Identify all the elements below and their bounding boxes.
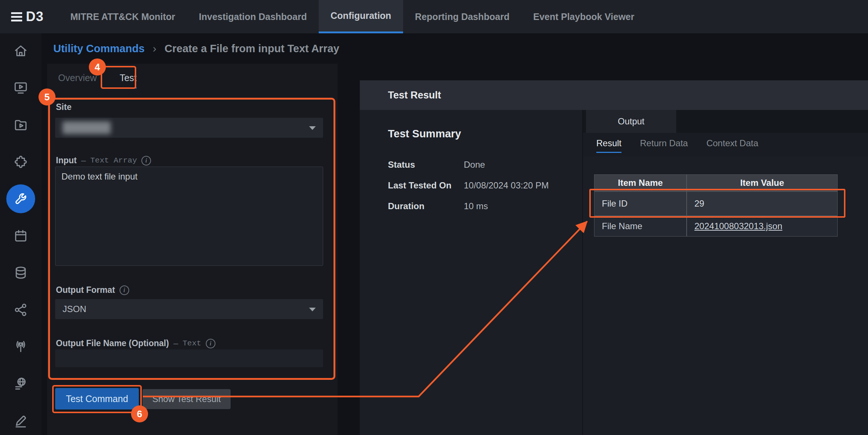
sidebar-item-data-sources[interactable] <box>6 258 35 287</box>
share-nodes-icon <box>13 302 28 317</box>
duration-value: 10 ms <box>464 201 549 211</box>
output-format-label: Output Format i <box>56 285 129 295</box>
breadcrumb: Utility Commands › Create a File from in… <box>41 33 339 64</box>
input-label: Input – Text Array i <box>56 155 151 165</box>
site-label-text: Site <box>56 102 71 112</box>
hint-dash: – <box>81 155 86 165</box>
output-format-value: JSON <box>63 304 86 314</box>
file-name-link[interactable]: 20241008032013.json <box>694 221 782 231</box>
info-icon[interactable]: i <box>206 339 215 348</box>
input-type-hint: Text Array <box>90 156 137 165</box>
hint-dash: – <box>173 338 178 348</box>
input-textarea[interactable]: Demo text file input <box>55 167 323 266</box>
sidebar-item-broadcast[interactable] <box>6 332 35 361</box>
test-result-title: Test Result <box>388 90 441 101</box>
icon-sidebar <box>0 33 41 435</box>
status-label: Status <box>388 160 464 170</box>
input-label-text: Input <box>56 155 77 165</box>
output-tabstrip: Output <box>583 110 868 133</box>
last-tested-label: Last Tested On <box>388 180 464 191</box>
output-file-name-input[interactable] <box>55 349 323 367</box>
test-summary: Test Summary <box>388 128 562 140</box>
sidebar-item-integrations[interactable] <box>6 147 35 176</box>
folder-play-icon <box>13 117 28 132</box>
app-screen: D3 MITRE ATT&CK Monitor Investigation Da… <box>0 0 868 435</box>
table-row-file-name-value[interactable]: 20241008032013.json <box>687 216 838 237</box>
nav-event-playbook-viewer[interactable]: Event Playbook Viewer <box>521 0 646 33</box>
database-icon <box>13 265 28 280</box>
puzzle-icon <box>13 154 28 169</box>
site-value-redacted <box>63 121 111 134</box>
breadcrumb-separator: › <box>153 42 157 55</box>
output-file-name-label-text: Output File Name (Optional) <box>56 338 169 348</box>
duration-label: Duration <box>388 201 464 211</box>
table-row-file-id-name[interactable]: File ID <box>594 191 687 216</box>
sidebar-item-utility-commands[interactable] <box>6 184 35 213</box>
sidebar-item-monitor[interactable] <box>6 73 35 102</box>
table-row-file-name-name[interactable]: File Name <box>594 216 687 237</box>
nav-configuration[interactable]: Configuration <box>319 0 403 33</box>
monitor-play-icon <box>13 80 28 95</box>
info-icon[interactable]: i <box>120 285 129 295</box>
tab-context-data[interactable]: Context Data <box>706 138 758 151</box>
d3-logo[interactable]: D3 <box>0 0 58 33</box>
table-header-item-name: Item Name <box>594 174 687 191</box>
nav-reporting-dashboard[interactable]: Reporting Dashboard <box>403 0 522 33</box>
top-navbar: D3 MITRE ATT&CK Monitor Investigation Da… <box>0 0 868 33</box>
calendar-icon <box>13 228 28 243</box>
tools-wrench-icon <box>13 191 28 206</box>
d3-logo-icon <box>11 12 22 21</box>
output-section: Output Result Return Data Context Data I… <box>582 110 868 435</box>
sidebar-item-calendar[interactable] <box>6 221 35 250</box>
sidebar-item-investigations[interactable] <box>6 110 35 139</box>
sidebar-item-connections[interactable] <box>6 295 35 324</box>
sidebar-item-global[interactable] <box>6 369 35 398</box>
broadcast-icon <box>13 339 28 354</box>
site-label: Site <box>56 102 71 112</box>
result-table: Item Name Item Value File ID 29 File Nam… <box>594 174 838 237</box>
show-test-result-button[interactable]: Show Test Result <box>143 389 231 409</box>
last-tested-value: 10/08/2024 03:20 PM <box>464 180 549 191</box>
output-format-label-text: Output Format <box>56 285 115 295</box>
breadcrumb-parent-link[interactable]: Utility Commands <box>53 43 145 55</box>
d3-logo-text: D3 <box>26 9 44 24</box>
tab-result[interactable]: Result <box>596 138 621 151</box>
tab-overview[interactable]: Overview <box>58 73 97 87</box>
test-command-button[interactable]: Test Command <box>55 388 139 409</box>
output-file-name-type-hint: Text <box>182 339 201 348</box>
tab-test[interactable]: Test <box>120 73 137 87</box>
test-summary-heading: Test Summary <box>388 128 562 140</box>
test-summary-rows: Status Done Last Tested On 10/08/2024 03… <box>388 160 549 211</box>
test-result-header: Test Result <box>360 80 868 110</box>
nav-mitre-attack-monitor[interactable]: MITRE ATT&CK Monitor <box>58 0 187 33</box>
table-row-file-id-value[interactable]: 29 <box>687 191 838 216</box>
tab-output[interactable]: Output <box>586 110 676 133</box>
test-result-panel: Test Result Test Summary Status Done Las… <box>360 80 868 435</box>
home-icon <box>13 43 28 58</box>
page-title: Create a File from input Text Array <box>165 43 339 55</box>
site-select[interactable] <box>55 118 323 138</box>
report-pen-icon <box>13 414 28 428</box>
tab-return-data[interactable]: Return Data <box>640 138 688 151</box>
main-nav: MITRE ATT&CK Monitor Investigation Dashb… <box>58 0 646 33</box>
panel-tabs: Overview Test <box>58 73 137 87</box>
info-icon[interactable]: i <box>141 156 151 165</box>
chevron-down-icon <box>309 126 316 130</box>
table-header-item-value: Item Value <box>687 174 838 191</box>
globe-icon <box>13 377 28 391</box>
sidebar-item-reports[interactable] <box>6 406 35 435</box>
chevron-down-icon <box>309 308 316 311</box>
status-value: Done <box>464 160 549 170</box>
output-format-select[interactable]: JSON <box>55 299 323 319</box>
output-sub-tabs: Result Return Data Context Data <box>583 133 868 157</box>
sidebar-item-home[interactable] <box>6 36 35 65</box>
nav-investigation-dashboard[interactable]: Investigation Dashboard <box>187 0 319 33</box>
output-file-name-label: Output File Name (Optional) – Text i <box>56 338 215 348</box>
command-test-panel: Overview Test Site Input – Text Array i … <box>47 64 338 435</box>
